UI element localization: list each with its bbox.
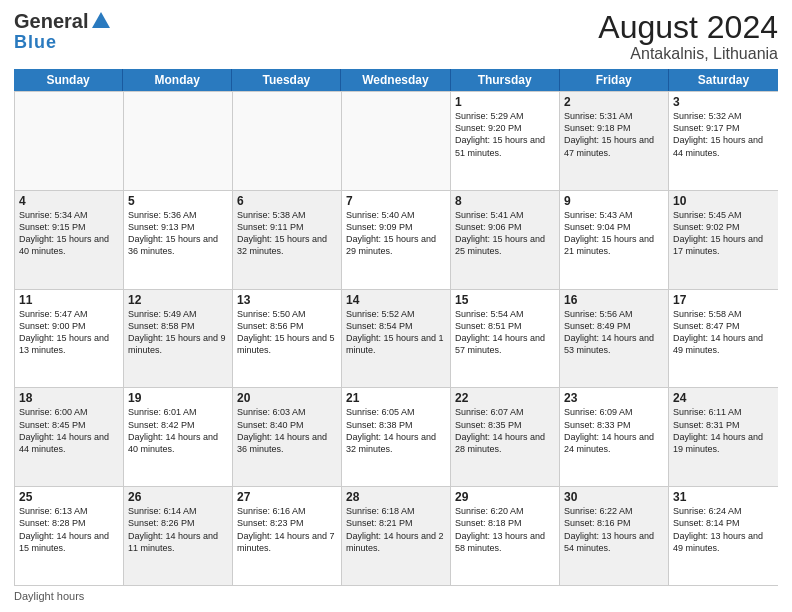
cell-info: Sunrise: 6:24 AM Sunset: 8:14 PM Dayligh…	[673, 505, 774, 554]
cell-info: Sunrise: 5:29 AM Sunset: 9:20 PM Dayligh…	[455, 110, 555, 159]
day-number: 3	[673, 95, 774, 109]
calendar-cell: 10Sunrise: 5:45 AM Sunset: 9:02 PM Dayli…	[669, 191, 778, 289]
cell-info: Sunrise: 6:01 AM Sunset: 8:42 PM Dayligh…	[128, 406, 228, 455]
calendar-cell: 28Sunrise: 6:18 AM Sunset: 8:21 PM Dayli…	[342, 487, 451, 585]
calendar-cell: 16Sunrise: 5:56 AM Sunset: 8:49 PM Dayli…	[560, 290, 669, 388]
calendar-cell: 22Sunrise: 6:07 AM Sunset: 8:35 PM Dayli…	[451, 388, 560, 486]
day-number: 27	[237, 490, 337, 504]
calendar-cell: 18Sunrise: 6:00 AM Sunset: 8:45 PM Dayli…	[15, 388, 124, 486]
cell-info: Sunrise: 6:18 AM Sunset: 8:21 PM Dayligh…	[346, 505, 446, 554]
calendar-row: 1Sunrise: 5:29 AM Sunset: 9:20 PM Daylig…	[15, 92, 778, 191]
day-of-week-header: Tuesday	[232, 69, 341, 91]
calendar-cell	[15, 92, 124, 190]
day-number: 13	[237, 293, 337, 307]
cell-info: Sunrise: 5:54 AM Sunset: 8:51 PM Dayligh…	[455, 308, 555, 357]
calendar-cell: 2Sunrise: 5:31 AM Sunset: 9:18 PM Daylig…	[560, 92, 669, 190]
calendar-cell: 25Sunrise: 6:13 AM Sunset: 8:28 PM Dayli…	[15, 487, 124, 585]
day-number: 29	[455, 490, 555, 504]
calendar: SundayMondayTuesdayWednesdayThursdayFrid…	[14, 69, 778, 586]
day-number: 24	[673, 391, 774, 405]
calendar-body: 1Sunrise: 5:29 AM Sunset: 9:20 PM Daylig…	[14, 91, 778, 586]
day-number: 20	[237, 391, 337, 405]
logo-general: General	[14, 11, 88, 31]
day-of-week-header: Wednesday	[341, 69, 450, 91]
cell-info: Sunrise: 5:32 AM Sunset: 9:17 PM Dayligh…	[673, 110, 774, 159]
day-number: 5	[128, 194, 228, 208]
day-number: 21	[346, 391, 446, 405]
day-of-week-header: Monday	[123, 69, 232, 91]
day-number: 15	[455, 293, 555, 307]
calendar-row: 4Sunrise: 5:34 AM Sunset: 9:15 PM Daylig…	[15, 191, 778, 290]
cell-info: Sunrise: 6:07 AM Sunset: 8:35 PM Dayligh…	[455, 406, 555, 455]
day-number: 19	[128, 391, 228, 405]
day-number: 23	[564, 391, 664, 405]
location-subtitle: Antakalnis, Lithuania	[598, 45, 778, 63]
calendar-cell	[342, 92, 451, 190]
logo-icon	[90, 10, 112, 32]
day-number: 8	[455, 194, 555, 208]
day-number: 11	[19, 293, 119, 307]
day-of-week-header: Sunday	[14, 69, 123, 91]
calendar-cell: 14Sunrise: 5:52 AM Sunset: 8:54 PM Dayli…	[342, 290, 451, 388]
calendar-cell: 8Sunrise: 5:41 AM Sunset: 9:06 PM Daylig…	[451, 191, 560, 289]
cell-info: Sunrise: 6:20 AM Sunset: 8:18 PM Dayligh…	[455, 505, 555, 554]
cell-info: Sunrise: 5:45 AM Sunset: 9:02 PM Dayligh…	[673, 209, 774, 258]
calendar-cell: 21Sunrise: 6:05 AM Sunset: 8:38 PM Dayli…	[342, 388, 451, 486]
cell-info: Sunrise: 6:16 AM Sunset: 8:23 PM Dayligh…	[237, 505, 337, 554]
calendar-cell: 19Sunrise: 6:01 AM Sunset: 8:42 PM Dayli…	[124, 388, 233, 486]
day-number: 7	[346, 194, 446, 208]
day-number: 2	[564, 95, 664, 109]
cell-info: Sunrise: 5:58 AM Sunset: 8:47 PM Dayligh…	[673, 308, 774, 357]
calendar-cell	[124, 92, 233, 190]
cell-info: Sunrise: 6:22 AM Sunset: 8:16 PM Dayligh…	[564, 505, 664, 554]
day-number: 9	[564, 194, 664, 208]
cell-info: Sunrise: 6:00 AM Sunset: 8:45 PM Dayligh…	[19, 406, 119, 455]
calendar-row: 11Sunrise: 5:47 AM Sunset: 9:00 PM Dayli…	[15, 290, 778, 389]
day-number: 18	[19, 391, 119, 405]
cell-info: Sunrise: 5:47 AM Sunset: 9:00 PM Dayligh…	[19, 308, 119, 357]
calendar-cell: 5Sunrise: 5:36 AM Sunset: 9:13 PM Daylig…	[124, 191, 233, 289]
logo-blue-text: Blue	[14, 32, 57, 53]
calendar-cell: 31Sunrise: 6:24 AM Sunset: 8:14 PM Dayli…	[669, 487, 778, 585]
cell-info: Sunrise: 5:36 AM Sunset: 9:13 PM Dayligh…	[128, 209, 228, 258]
calendar-cell: 24Sunrise: 6:11 AM Sunset: 8:31 PM Dayli…	[669, 388, 778, 486]
calendar-cell: 26Sunrise: 6:14 AM Sunset: 8:26 PM Dayli…	[124, 487, 233, 585]
cell-info: Sunrise: 5:41 AM Sunset: 9:06 PM Dayligh…	[455, 209, 555, 258]
page-header: General Blue August 2024 Antakalnis, Lit…	[14, 10, 778, 63]
calendar-cell: 15Sunrise: 5:54 AM Sunset: 8:51 PM Dayli…	[451, 290, 560, 388]
calendar-cell: 7Sunrise: 5:40 AM Sunset: 9:09 PM Daylig…	[342, 191, 451, 289]
logo: General Blue	[14, 10, 112, 53]
day-number: 22	[455, 391, 555, 405]
month-year-title: August 2024	[598, 10, 778, 45]
day-number: 1	[455, 95, 555, 109]
day-number: 4	[19, 194, 119, 208]
cell-info: Sunrise: 5:38 AM Sunset: 9:11 PM Dayligh…	[237, 209, 337, 258]
cell-info: Sunrise: 6:13 AM Sunset: 8:28 PM Dayligh…	[19, 505, 119, 554]
calendar-cell	[233, 92, 342, 190]
day-number: 30	[564, 490, 664, 504]
calendar-row: 18Sunrise: 6:00 AM Sunset: 8:45 PM Dayli…	[15, 388, 778, 487]
calendar-row: 25Sunrise: 6:13 AM Sunset: 8:28 PM Dayli…	[15, 487, 778, 586]
cell-info: Sunrise: 5:56 AM Sunset: 8:49 PM Dayligh…	[564, 308, 664, 357]
calendar-cell: 23Sunrise: 6:09 AM Sunset: 8:33 PM Dayli…	[560, 388, 669, 486]
day-number: 16	[564, 293, 664, 307]
footer-note: Daylight hours	[14, 590, 778, 602]
cell-info: Sunrise: 5:52 AM Sunset: 8:54 PM Dayligh…	[346, 308, 446, 357]
calendar-cell: 30Sunrise: 6:22 AM Sunset: 8:16 PM Dayli…	[560, 487, 669, 585]
title-area: August 2024 Antakalnis, Lithuania	[598, 10, 778, 63]
day-number: 26	[128, 490, 228, 504]
calendar-cell: 1Sunrise: 5:29 AM Sunset: 9:20 PM Daylig…	[451, 92, 560, 190]
calendar-cell: 13Sunrise: 5:50 AM Sunset: 8:56 PM Dayli…	[233, 290, 342, 388]
calendar-cell: 4Sunrise: 5:34 AM Sunset: 9:15 PM Daylig…	[15, 191, 124, 289]
calendar-header: SundayMondayTuesdayWednesdayThursdayFrid…	[14, 69, 778, 91]
day-of-week-header: Saturday	[669, 69, 778, 91]
day-of-week-header: Friday	[560, 69, 669, 91]
day-number: 12	[128, 293, 228, 307]
day-number: 6	[237, 194, 337, 208]
day-number: 14	[346, 293, 446, 307]
cell-info: Sunrise: 5:43 AM Sunset: 9:04 PM Dayligh…	[564, 209, 664, 258]
cell-info: Sunrise: 5:49 AM Sunset: 8:58 PM Dayligh…	[128, 308, 228, 357]
day-number: 28	[346, 490, 446, 504]
cell-info: Sunrise: 6:05 AM Sunset: 8:38 PM Dayligh…	[346, 406, 446, 455]
calendar-cell: 17Sunrise: 5:58 AM Sunset: 8:47 PM Dayli…	[669, 290, 778, 388]
